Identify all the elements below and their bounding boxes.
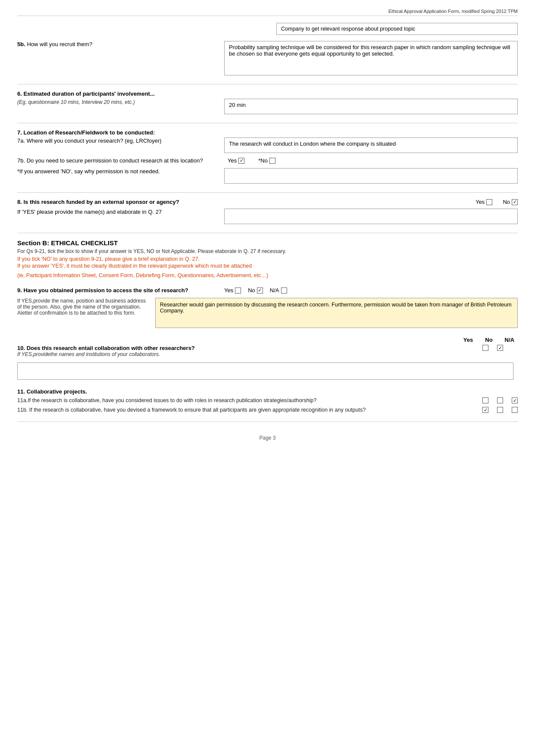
- q10-text: 10. Does this research entail collaborat…: [17, 345, 466, 357]
- q9-if-yes-text: Researcher would gain permission by disc…: [160, 302, 512, 314]
- q5b-number: 5b.: [17, 41, 25, 47]
- q11-heading: 11. Collaborative projects.: [17, 388, 518, 395]
- q8-no-checkbox[interactable]: [512, 199, 518, 205]
- section-b-if-yes: If you answer 'YES', it must be clearly …: [17, 263, 518, 269]
- question-7: 7. Location of Research/Fieldwork to be …: [17, 129, 518, 184]
- q11b-yes-checkbox[interactable]: [482, 407, 488, 413]
- q9-no-checkbox[interactable]: [257, 287, 263, 294]
- q10-checkboxes: [466, 345, 518, 351]
- q9-if-yes-left: If YES,provide the name, position and bu…: [17, 298, 155, 316]
- q10-row: 10. Does this research entail collaborat…: [17, 345, 518, 357]
- q7c-label: *If you answered 'NO', say why permissio…: [17, 168, 224, 175]
- yn-na-header: Yes No N/A: [17, 337, 518, 343]
- q7a-label: 7a. Where will you conduct your research…: [17, 137, 224, 144]
- q8-heading: 8. Is this research funded by an externa…: [17, 199, 476, 205]
- question-11: 11. Collaborative projects. 11a.If the r…: [17, 388, 518, 413]
- q5b-label: 5b. How will you recruit them?: [17, 41, 224, 47]
- q9-yes-checkbox[interactable]: [235, 287, 241, 294]
- q7b-row: 7b. Do you need to secure permission to …: [17, 157, 518, 164]
- q7b-yes-checkbox[interactable]: [238, 158, 244, 164]
- q7b-no-label: *No: [258, 157, 268, 164]
- q11b-na-checkbox[interactable]: [512, 407, 518, 413]
- q7c-value[interactable]: [224, 168, 518, 184]
- q8-yes-group[interactable]: Yes: [476, 199, 492, 205]
- q11a-no-checkbox[interactable]: [497, 397, 503, 403]
- question-5b: 5b. How will you recruit them? Probabili…: [17, 41, 518, 75]
- q8-if-yes-value[interactable]: [224, 209, 518, 224]
- page-number: Page 3: [259, 435, 275, 441]
- q8-no-label: No: [503, 199, 510, 205]
- header-na: N/A: [505, 337, 514, 343]
- section-b-header: Section B: ETHICAL CHECKLIST For Qs 9-21…: [17, 239, 518, 278]
- q7b-label: 7b. Do you need to secure permission to …: [17, 157, 224, 164]
- page-footer: Page 3: [17, 435, 518, 441]
- q10-subtext: If YES,providethe names and institutions…: [17, 351, 466, 357]
- q9-no-group[interactable]: No: [248, 287, 263, 294]
- q9-na-group[interactable]: N/A: [270, 287, 287, 294]
- q10-yes-checkbox[interactable]: [482, 345, 488, 351]
- q9-yes-label: Yes: [224, 287, 233, 294]
- q9-na-checkbox[interactable]: [281, 287, 287, 294]
- q9-na-label: N/A: [270, 287, 279, 294]
- header-no: No: [485, 337, 492, 343]
- q11b-checks: [466, 407, 518, 413]
- q7b-no-checkbox[interactable]: [269, 158, 275, 164]
- page-header: Ethical Approval Application Form, modif…: [17, 9, 518, 16]
- q11b-row: 11b. If the research is collaborative, h…: [17, 407, 518, 413]
- q11b-no-checkbox[interactable]: [497, 407, 503, 413]
- q6-subtext: (Eg, questionnaire 10 mins, Interview 20…: [17, 99, 224, 105]
- q11a-na-checkbox[interactable]: [512, 397, 518, 403]
- q6-duration: 20 min: [229, 102, 246, 108]
- q8-yes-checkbox[interactable]: [486, 199, 492, 205]
- q5b-text: Probability sampling technique will be c…: [229, 44, 510, 57]
- q5b-value: Probability sampling technique will be c…: [224, 41, 518, 75]
- header-yes: Yes: [463, 337, 473, 343]
- q9-yes-group[interactable]: Yes: [224, 287, 241, 294]
- q6-value: 20 min: [224, 99, 518, 114]
- q8-if-yes-label: If 'YES' please provide the name(s) and …: [17, 209, 224, 215]
- q6-heading: 6. Estimated duration of participants' i…: [17, 91, 518, 97]
- q7-heading: 7. Location of Research/Fieldwork to be …: [17, 129, 518, 136]
- q7a-value: The research will conduct in London wher…: [224, 137, 518, 153]
- question-9: 9. Have you obtained permission to acces…: [17, 287, 518, 328]
- q9-if-yes-block: If YES,provide the name, position and bu…: [17, 298, 518, 328]
- q10-no-checkbox[interactable]: [497, 345, 503, 351]
- q5b-sublabel: How will you recruit them?: [27, 41, 92, 47]
- q8-no-group[interactable]: No: [503, 199, 518, 205]
- q8-heading-row: 8. Is this research funded by an externa…: [17, 199, 518, 205]
- q10-input[interactable]: [17, 362, 513, 380]
- q11a-row: 11a.If the research is collaborative, ha…: [17, 397, 518, 403]
- q8-if-yes-row: If 'YES' please provide the name(s) and …: [17, 209, 518, 224]
- q9-heading: 9. Have you obtained permission to acces…: [17, 287, 224, 294]
- q11a-text: 11a.If the research is collaborative, ha…: [17, 397, 466, 403]
- section-b-title: Section B: ETHICAL CHECKLIST: [17, 239, 518, 247]
- top-value-box: Company to get relevant response about p…: [276, 23, 518, 35]
- q9-no-label: No: [248, 287, 255, 294]
- q10-heading: 10. Does this research entail collaborat…: [17, 345, 466, 351]
- q7a-row: 7a. Where will you conduct your research…: [17, 137, 518, 153]
- q9-if-yes-right: Researcher would gain permission by disc…: [155, 298, 518, 328]
- q9-options: Yes No N/A: [224, 287, 287, 294]
- question-6: 6. Estimated duration of participants' i…: [17, 91, 518, 114]
- q6-row: (Eg, questionnaire 10 mins, Interview 20…: [17, 99, 518, 114]
- section-b-if-tick: If you tick 'NO' to any question 9-21, p…: [17, 256, 518, 262]
- question-10: 10. Does this research entail collaborat…: [17, 345, 518, 380]
- q9-heading-row: 9. Have you obtained permission to acces…: [17, 287, 518, 294]
- q7b-yes-label: Yes: [228, 157, 237, 164]
- q11b-text: 11b. If the research is collaborative, h…: [17, 407, 466, 413]
- section-b-note: For Qs 9-21, tick the box to show if you…: [17, 248, 518, 254]
- header-title: Ethical Approval Application Form, modif…: [388, 9, 518, 14]
- q7c-row: *If you answered 'NO', say why permissio…: [17, 168, 518, 184]
- q11a-yes-checkbox[interactable]: [482, 397, 488, 403]
- section-b-ie-note: (ie, Participant Information Sheet, Cons…: [17, 272, 518, 278]
- q7b-no-group[interactable]: *No: [258, 157, 275, 164]
- q11a-checks: [466, 397, 518, 403]
- question-8: 8. Is this research funded by an externa…: [17, 199, 518, 224]
- q8-yes-label: Yes: [476, 199, 485, 205]
- q7b-yes-group[interactable]: Yes: [228, 157, 244, 164]
- top-box-text: Company to get relevant response about p…: [281, 26, 415, 32]
